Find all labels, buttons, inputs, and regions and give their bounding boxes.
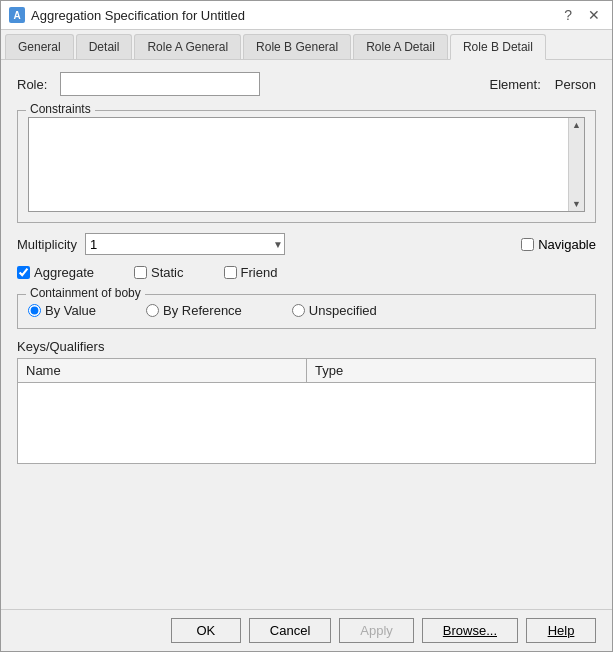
tab-general[interactable]: General — [5, 34, 74, 59]
multiplicity-label: Multiplicity — [17, 237, 77, 252]
app-icon: A — [9, 7, 25, 23]
apply-button[interactable]: Apply — [339, 618, 414, 643]
keys-table-body[interactable] — [18, 383, 595, 463]
tab-role-b-general[interactable]: Role B General — [243, 34, 351, 59]
help-button[interactable]: Help — [526, 618, 596, 643]
constraints-box: ▲ ▼ — [28, 117, 585, 212]
containment-group: Containment of boby By Value By Referenc… — [17, 294, 596, 329]
aggregate-label: Aggregate — [34, 265, 94, 280]
radio-row: By Value By Reference Unspecified — [28, 303, 585, 318]
element-value: Person — [555, 77, 596, 92]
role-row: Role: Element: Person — [17, 72, 596, 96]
scroll-up-arrow[interactable]: ▲ — [572, 120, 581, 130]
unspecified-radio-group: Unspecified — [292, 303, 377, 318]
constraints-section: Constraints ▲ ▼ — [17, 106, 596, 223]
static-checkbox[interactable] — [134, 266, 147, 279]
static-label: Static — [151, 265, 184, 280]
by-value-radio[interactable] — [28, 304, 41, 317]
friend-checkbox-group: Friend — [224, 265, 278, 280]
role-input[interactable] — [60, 72, 260, 96]
main-window: A Aggregation Specification for Untitled… — [0, 0, 613, 652]
keys-section: Keys/Qualifiers Name Type — [17, 339, 596, 464]
keys-table: Name Type — [17, 358, 596, 464]
by-reference-radio-group: By Reference — [146, 303, 242, 318]
title-bar: A Aggregation Specification for Untitled… — [1, 1, 612, 30]
footer: OK Cancel Apply Browse... Help — [1, 609, 612, 651]
aggregate-checkbox-group: Aggregate — [17, 265, 94, 280]
keys-table-header: Name Type — [18, 359, 595, 383]
help-title-button[interactable]: ? — [560, 7, 576, 23]
element-label: Element: — [489, 77, 540, 92]
by-value-label: By Value — [45, 303, 96, 318]
role-label: Role: — [17, 77, 52, 92]
multiplicity-select-wrapper: 1 0..* 1..* 0..1 * ▼ — [85, 233, 285, 255]
keys-column-name: Name — [18, 359, 307, 382]
by-reference-label: By Reference — [163, 303, 242, 318]
tab-role-a-general[interactable]: Role A General — [134, 34, 241, 59]
friend-label: Friend — [241, 265, 278, 280]
static-checkbox-group: Static — [134, 265, 184, 280]
constraints-inner[interactable] — [29, 118, 568, 211]
tab-bar: General Detail Role A General Role B Gen… — [1, 30, 612, 60]
unspecified-label: Unspecified — [309, 303, 377, 318]
window-title: Aggregation Specification for Untitled — [31, 8, 554, 23]
checkboxes-row: Aggregate Static Friend — [17, 265, 596, 280]
constraints-group: Constraints ▲ ▼ — [17, 110, 596, 223]
ok-button[interactable]: OK — [171, 618, 241, 643]
constraints-label: Constraints — [26, 102, 95, 116]
multiplicity-row: Multiplicity 1 0..* 1..* 0..1 * ▼ Naviga… — [17, 233, 596, 255]
navigable-checkbox-group: Navigable — [521, 237, 596, 252]
containment-label: Containment of boby — [26, 286, 145, 300]
title-controls: ? ✕ — [560, 7, 604, 23]
aggregate-checkbox[interactable] — [17, 266, 30, 279]
unspecified-radio[interactable] — [292, 304, 305, 317]
tab-role-b-detail[interactable]: Role B Detail — [450, 34, 546, 60]
navigable-label: Navigable — [538, 237, 596, 252]
multiplicity-select[interactable]: 1 0..* 1..* 0..1 * — [85, 233, 285, 255]
main-content: Role: Element: Person Constraints ▲ ▼ Mu… — [1, 60, 612, 609]
scroll-down-arrow[interactable]: ▼ — [572, 199, 581, 209]
tab-detail[interactable]: Detail — [76, 34, 133, 59]
browse-button[interactable]: Browse... — [422, 618, 518, 643]
tab-role-a-detail[interactable]: Role A Detail — [353, 34, 448, 59]
close-title-button[interactable]: ✕ — [584, 7, 604, 23]
by-reference-radio[interactable] — [146, 304, 159, 317]
navigable-checkbox[interactable] — [521, 238, 534, 251]
keys-qualifiers-label: Keys/Qualifiers — [17, 339, 596, 354]
friend-checkbox[interactable] — [224, 266, 237, 279]
cancel-button[interactable]: Cancel — [249, 618, 331, 643]
by-value-radio-group: By Value — [28, 303, 96, 318]
constraints-scrollbar[interactable]: ▲ ▼ — [568, 118, 584, 211]
keys-column-type: Type — [307, 359, 595, 382]
